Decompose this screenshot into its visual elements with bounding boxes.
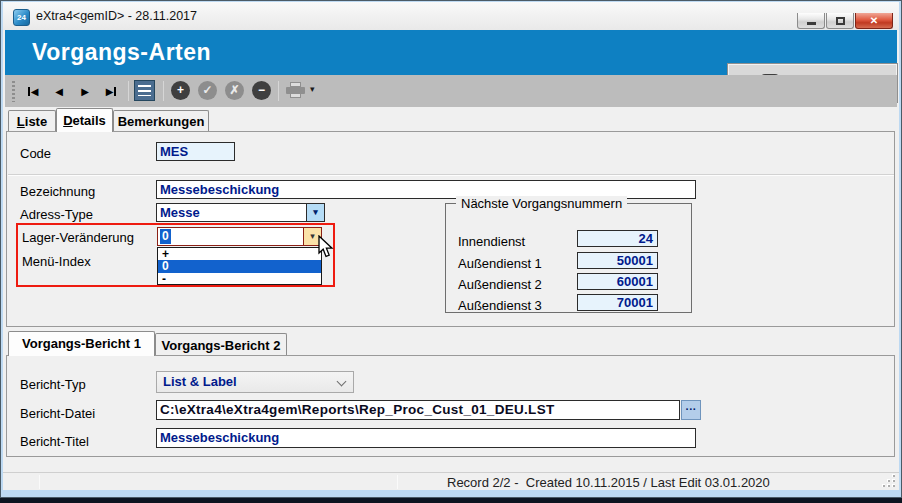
screenshot-root: 24 eXtra4<gemID> - 28.11.2017 ✕ Vorgangs… [0, 0, 902, 503]
bericht-titel-field[interactable]: Messebeschickung [156, 428, 696, 448]
window-title: eXtra4<gemID> - 28.11.2017 [36, 9, 197, 23]
cross-icon: ✗ [229, 83, 239, 97]
adress-type-label: Adress-Type [20, 207, 93, 222]
list-icon [138, 85, 151, 96]
chevron-down-icon: ▾ [313, 207, 318, 217]
titlebar[interactable]: 24 eXtra4<gemID> - 28.11.2017 ✕ [3, 2, 899, 30]
vorgangsnummern-groupbox: Nächste Vorgangsnummern Innendienst 24 A… [445, 203, 692, 313]
toolbar-grip[interactable] [12, 81, 15, 102]
last-record-button[interactable]: ▶ [99, 79, 123, 103]
dropdown-option-plus[interactable]: + [158, 248, 321, 260]
adress-type-combobox[interactable]: Messe ▾ [156, 203, 325, 222]
aussendienst3-field[interactable]: 70001 [577, 294, 658, 311]
toolbar-separator [163, 81, 164, 101]
aussendienst3-label: Außendienst 3 [458, 298, 542, 313]
minimize-button[interactable] [797, 13, 825, 29]
selected-text: 0 [160, 229, 171, 244]
aussendienst2-field[interactable]: 60001 [577, 273, 658, 290]
lager-dropdown-list: + 0 - [157, 247, 322, 285]
cancel-button[interactable]: ✗ [225, 81, 244, 100]
bericht-typ-combobox[interactable]: List & Label [156, 371, 354, 393]
delete-record-button[interactable]: − [252, 81, 271, 100]
plus-icon: + [177, 83, 184, 97]
ellipsis-icon: ··· [686, 403, 697, 415]
bezeichnung-label: Bezeichnung [20, 184, 95, 199]
dropdown-option-zero-selected[interactable]: 0 [158, 260, 321, 273]
toolbar: ◀ ◀ ▶ ▶ + ✓ ✗ − ▾ [5, 75, 897, 107]
app-icon: 24 [13, 9, 30, 26]
page-title: Vorgangs-Arten [32, 39, 211, 66]
statusbar-separator [397, 475, 398, 489]
toolbar-separator [278, 81, 279, 101]
dropdown-option-minus[interactable]: - [158, 273, 321, 285]
aussendienst1-field[interactable]: 50001 [577, 252, 658, 269]
add-record-button[interactable]: + [171, 81, 190, 100]
aussendienst2-label: Außendienst 2 [458, 277, 542, 292]
maximize-icon [836, 17, 845, 25]
statusbar-separator [39, 475, 40, 489]
bericht-titel-label: Bericht-Titel [20, 434, 89, 449]
check-icon: ✓ [202, 83, 212, 97]
lager-dropdown-button[interactable]: ▾ [303, 228, 321, 245]
chevron-down-icon: ▾ [310, 231, 315, 241]
toolbar-separator [128, 81, 129, 101]
first-record-button[interactable]: ◀ [21, 79, 45, 103]
close-button[interactable]: ✕ [855, 13, 893, 29]
tab-liste[interactable]: Liste [8, 110, 56, 131]
confirm-button[interactable]: ✓ [198, 81, 217, 100]
print-button[interactable] [286, 82, 306, 99]
previous-record-button[interactable]: ◀ [47, 79, 71, 103]
tab-bemerkungen[interactable]: Bemerkungen [113, 110, 209, 131]
lager-veraenderung-combobox[interactable]: 0 ▾ [157, 227, 322, 246]
resize-grip[interactable] [883, 475, 895, 487]
bericht-datei-label: Bericht-Datei [20, 406, 95, 421]
code-label: Code [20, 146, 51, 161]
form-header: Vorgangs-Arten ✕ Schliessen [5, 30, 897, 76]
close-icon: ✕ [870, 15, 878, 26]
maximize-button[interactable] [826, 13, 854, 29]
minimize-icon [807, 22, 816, 25]
previous-record-icon: ◀ [55, 86, 63, 97]
groupbox-title: Nächste Vorgangsnummern [456, 196, 627, 211]
tab-details[interactable]: Details [56, 108, 113, 132]
innendienst-field[interactable]: 24 [577, 230, 658, 247]
status-bar: Record 2/2 - Created 10.11.2015 / Last E… [3, 472, 899, 490]
next-record-icon: ▶ [81, 86, 89, 97]
bericht-datei-field[interactable]: C:\eXtra4\eXtra4gem\Reports\Rep_Proc_Cus… [156, 400, 680, 420]
adress-type-dropdown-button[interactable]: ▾ [306, 204, 324, 221]
browse-file-button[interactable]: ··· [681, 400, 701, 420]
chevron-down-icon [337, 377, 347, 387]
first-record-icon: ◀ [31, 86, 39, 97]
list-view-button[interactable] [134, 80, 155, 101]
bericht-typ-label: Bericht-Typ [20, 377, 86, 392]
innendienst-label: Innendienst [458, 234, 525, 249]
tab-vorgangs-bericht-2[interactable]: Vorgangs-Bericht 2 [155, 333, 287, 356]
lager-veraenderung-label: Lager-Veränderung [22, 230, 134, 245]
minus-icon: − [258, 83, 265, 97]
record-status-text: Record 2/2 - Created 10.11.2015 / Last E… [447, 475, 770, 490]
last-record-icon: ▶ [106, 86, 114, 97]
next-record-button[interactable]: ▶ [73, 79, 97, 103]
tab-vorgangs-bericht-1[interactable]: Vorgangs-Bericht 1 [8, 331, 155, 356]
aussendienst1-label: Außendienst 1 [458, 256, 542, 271]
divider [8, 174, 894, 176]
print-menu-button[interactable]: ▾ [310, 84, 315, 94]
menu-index-label: Menü-Index [22, 254, 91, 269]
code-field[interactable]: MES [156, 142, 235, 161]
